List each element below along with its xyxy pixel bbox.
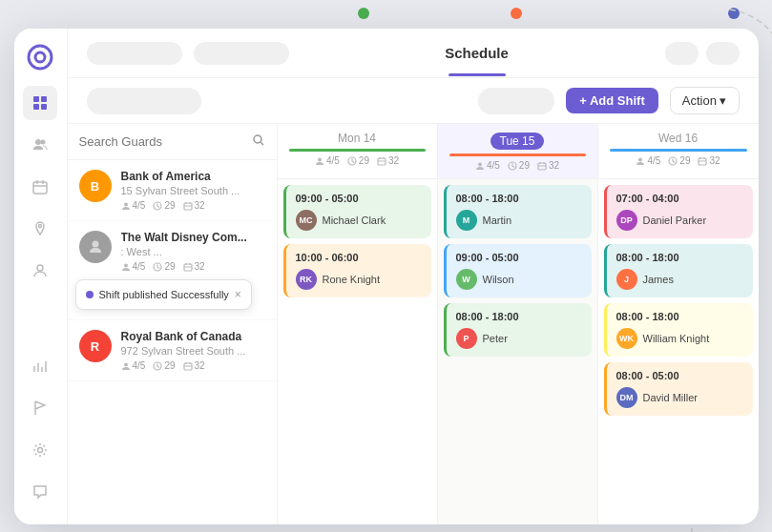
client-avatar: B	[79, 170, 112, 202]
day-stat-guards-tue: 4/5	[475, 160, 500, 171]
logo	[27, 44, 53, 71]
svg-point-10	[37, 265, 43, 271]
svg-rect-3	[41, 96, 47, 102]
svg-point-9	[39, 225, 42, 228]
client-stat-guards: 4/5	[121, 360, 146, 371]
client-stat-shifts: 32	[183, 360, 205, 371]
shift-card[interactable]: 08:00 - 18:00 P Peter	[444, 303, 592, 357]
search-input[interactable]	[79, 134, 244, 149]
svg-rect-5	[41, 104, 47, 110]
person-name: William Knight	[643, 333, 710, 344]
person-avatar: M	[456, 210, 477, 231]
shift-person: M Martin	[456, 210, 582, 231]
day-stats-tue: 4/5 29 32	[449, 160, 586, 171]
left-panel: B Bank of America 15 Sylvan Street South…	[68, 124, 278, 524]
shift-time: 08:00 - 18:00	[616, 311, 743, 322]
day-stat-hours-tue: 29	[508, 160, 530, 171]
topbar-pill-right1	[665, 42, 699, 65]
svg-point-20	[124, 362, 128, 366]
person-avatar: P	[456, 328, 477, 349]
day-label-wed: Wed 16	[610, 132, 747, 145]
shift-card[interactable]: 08:00 - 18:00 J James	[604, 244, 753, 297]
shift-time: 09:00 - 05:00	[296, 193, 422, 204]
topbar-pill-left	[87, 42, 182, 65]
client-name: Bank of America	[121, 170, 265, 183]
toolbar-search[interactable]	[478, 88, 554, 114]
day-col-tue: 08:00 - 18:00 M Martin 09:00 - 05:00 W	[438, 179, 598, 524]
svg-point-26	[478, 162, 482, 166]
svg-rect-8	[33, 182, 47, 194]
shift-card[interactable]: 08:00 - 05:00 DM David Miller	[604, 362, 753, 416]
add-shift-button[interactable]: + Add Shift	[566, 88, 658, 113]
shift-time: 10:00 - 06:00	[296, 252, 422, 263]
shift-time: 08:00 - 18:00	[456, 311, 582, 322]
person-avatar: WK	[616, 328, 637, 349]
client-name: The Walt Disney Com...	[121, 231, 265, 244]
shift-card[interactable]: 10:00 - 06:00 RK Rone Knight	[283, 244, 431, 297]
shift-card[interactable]: 08:00 - 18:00 WK William Knight	[604, 303, 753, 357]
client-avatar: R	[79, 330, 112, 362]
shift-card[interactable]: 07:00 - 04:00 DP Daniel Parker	[604, 185, 753, 238]
sidebar-item-groups[interactable]	[23, 128, 57, 162]
shift-card[interactable]: 09:00 - 05:00 MC Michael Clark	[283, 185, 431, 238]
person-name: Rone Knight	[323, 274, 381, 285]
day-stat-guards-wed: 4/5	[636, 155, 660, 166]
shift-time: 08:00 - 18:00	[456, 193, 582, 204]
day-stats-wed: 4/5 29 32	[610, 155, 747, 166]
sidebar-item-grid[interactable]	[23, 86, 57, 120]
toast-dot	[86, 291, 94, 298]
day-stat-hours-wed: 29	[668, 155, 690, 166]
topbar-pill-right2	[706, 42, 740, 65]
client-list: B Bank of America 15 Sylvan Street South…	[68, 160, 277, 524]
person-name: Wilson	[483, 274, 514, 285]
sidebar-item-calendar[interactable]	[23, 170, 57, 204]
grid-body: 09:00 - 05:00 MC Michael Clark 10:00 - 0…	[278, 179, 759, 524]
sidebar-item-flag[interactable]	[23, 391, 57, 425]
svg-point-16	[92, 241, 98, 248]
toolbar-filter[interactable]	[87, 88, 201, 114]
sidebar-item-location[interactable]	[23, 212, 57, 246]
svg-point-17	[124, 263, 128, 267]
day-indicator-wed	[610, 149, 747, 152]
sidebar-item-settings[interactable]	[23, 433, 57, 467]
svg-point-23	[318, 157, 322, 161]
client-item[interactable]: R Royal Bank of Canada 972 Sylvan Street…	[68, 320, 277, 381]
sidebar-item-chat[interactable]	[23, 475, 57, 509]
toast-message: Shift published Successfully	[99, 289, 229, 300]
shift-time: 08:00 - 05:00	[616, 370, 743, 381]
topbar-right	[665, 42, 740, 65]
client-stat-shifts: 32	[183, 200, 205, 211]
svg-point-6	[35, 139, 41, 145]
person-name: Michael Clark	[323, 215, 386, 226]
svg-point-12	[254, 135, 261, 143]
schedule-grid: Mon 14 4/5 29	[278, 124, 759, 524]
client-stats: 4/5 29 32	[121, 360, 265, 371]
day-header-mon: Mon 14 4/5 29	[278, 124, 438, 178]
day-stats-mon: 4/5 29 32	[289, 155, 426, 166]
toast-notification: Shift published Successfully ×	[75, 279, 252, 310]
logo-icon	[27, 44, 53, 71]
shift-card[interactable]: 09:00 - 05:00 W Wilson	[444, 244, 592, 297]
shift-time: 09:00 - 05:00	[456, 252, 582, 263]
day-stat-hours-mon: 29	[347, 155, 369, 166]
client-item[interactable]: B Bank of America 15 Sylvan Street South…	[68, 160, 277, 221]
sidebar-item-chart[interactable]	[23, 349, 57, 383]
svg-point-13	[124, 202, 128, 206]
svg-point-7	[41, 140, 46, 145]
svg-point-29	[638, 157, 642, 161]
shift-card[interactable]: 08:00 - 18:00 M Martin	[444, 185, 592, 238]
person-name: James	[643, 274, 674, 285]
grid-header: Mon 14 4/5 29	[278, 124, 759, 179]
toolbar: + Add Shift Action ▾	[68, 78, 759, 124]
sidebar	[14, 29, 68, 524]
sidebar-item-person[interactable]	[23, 254, 57, 288]
action-button[interactable]: Action ▾	[670, 87, 740, 114]
topbar-pill-left2	[194, 42, 289, 65]
main-content: Schedule + Add Shift Action ▾	[68, 29, 759, 524]
client-stat-hours: 29	[153, 261, 175, 272]
day-col-wed: 07:00 - 04:00 DP Daniel Parker 08:00 - 1…	[598, 179, 759, 524]
shift-person: DP Daniel Parker	[616, 210, 743, 231]
client-item[interactable]: The Walt Disney Com... : West ... 4/5	[68, 221, 277, 320]
shift-person: RK Rone Knight	[296, 269, 422, 290]
toast-close-button[interactable]: ×	[235, 288, 241, 301]
